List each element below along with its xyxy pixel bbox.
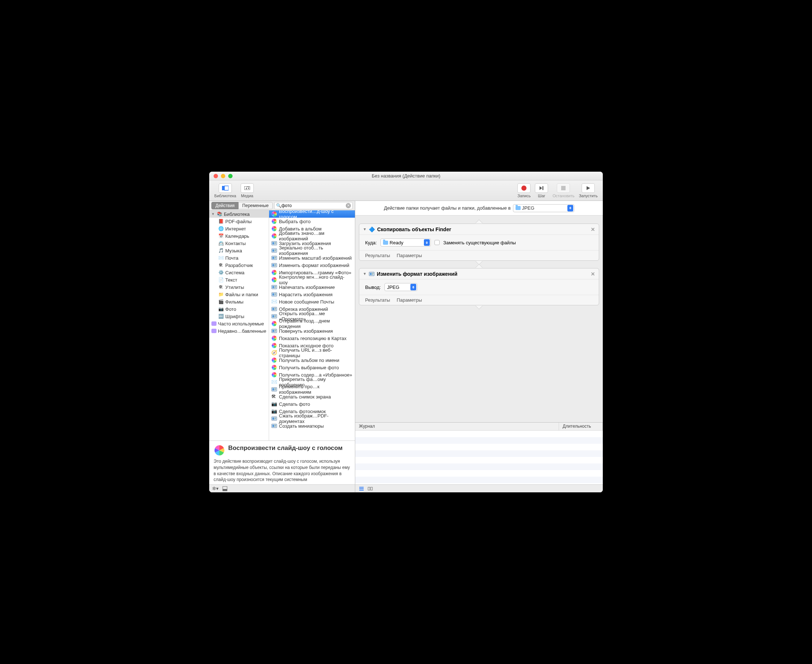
action-icon <box>271 255 277 261</box>
media-button[interactable] <box>240 183 254 193</box>
action-item[interactable]: Добавить значо…ам изображений <box>269 232 355 239</box>
action-list[interactable]: Воспроизвести…д-шоу с голосомВыбрать фот… <box>269 210 355 441</box>
svg-rect-11 <box>542 186 544 190</box>
action-label: Получить выбранные фото <box>279 365 339 370</box>
log-col-journal[interactable]: Журнал <box>355 423 559 430</box>
action-item[interactable]: Зеркально отоб…ть изображения <box>269 247 355 254</box>
action-item[interactable]: Изменить формат изображений <box>269 262 355 269</box>
action-item[interactable]: ✉️Новое сообщение Почты <box>269 298 355 305</box>
params-tab[interactable]: Параметры <box>396 297 422 303</box>
stop-icon <box>561 186 565 190</box>
category-item[interactable]: ✉️Почта <box>209 254 269 262</box>
category-item[interactable]: 📇Контакты <box>209 239 269 247</box>
disclosure-icon[interactable]: ▼ <box>363 227 367 231</box>
folder-icon <box>383 241 388 245</box>
left-footer: ✲▾ <box>209 484 355 492</box>
gear-menu-button[interactable]: ✲▾ <box>212 486 219 491</box>
action-label: Воспроизвести…д-шоу с голосом <box>279 210 353 220</box>
action-label: Новое сообщение Почты <box>279 299 334 304</box>
category-item[interactable]: 🌐Интернет <box>209 225 269 232</box>
params-tab[interactable]: Параметры <box>396 253 422 258</box>
action-label: Отправить позд…днем рождения <box>279 318 353 329</box>
replace-label: Заменять существующие файлы <box>443 240 516 246</box>
input-folder-select[interactable]: JPEG <box>513 204 574 212</box>
titlebar: Без названия (Действие папки) <box>209 172 603 181</box>
split-view-button[interactable] <box>368 486 373 491</box>
action-item[interactable]: Отправить позд…днем рождения <box>269 320 355 327</box>
action-icon <box>271 372 277 378</box>
action-item[interactable]: Контроллер мгн…ного слайд-шоу <box>269 276 355 283</box>
action-item[interactable]: Нарастить изображения <box>269 291 355 298</box>
chevron-updown-icon <box>410 284 416 290</box>
search-field[interactable]: 🔍 ✕ <box>274 202 353 209</box>
action-item[interactable]: 📷Сделать фото <box>269 400 355 408</box>
library-root[interactable]: ▼📚Библиотека <box>209 210 269 218</box>
action-item[interactable]: Воспроизвести…д-шоу с голосом <box>269 210 355 218</box>
action-label: Напечатать изображение <box>279 285 335 290</box>
library-toggle-button[interactable] <box>219 183 232 193</box>
action-icon <box>271 343 277 348</box>
action-label: Зеркально отоб…ть изображения <box>279 245 353 256</box>
action-item[interactable]: Применить про…к изображениям <box>269 386 355 393</box>
action-item[interactable]: Сжать изображ…PDF-документах <box>269 415 355 422</box>
category-item[interactable]: 🎵Музыка <box>209 247 269 254</box>
action-icon: 🧭 <box>271 350 277 356</box>
action-icon <box>271 233 277 239</box>
clear-search-button[interactable]: ✕ <box>346 203 351 208</box>
action-item[interactable]: Получить выбранные фото <box>269 364 355 371</box>
action-label: Изменить масштаб изображений <box>279 255 352 261</box>
category-item[interactable]: 🛠Утилиты <box>209 283 269 291</box>
action-item[interactable]: 🧭Получить URL и…з веб-страницы <box>269 349 355 356</box>
category-item[interactable]: 🎬Фильмы <box>209 298 269 305</box>
zoom-window-button[interactable] <box>228 174 232 178</box>
category-item[interactable]: 🔤Шрифты <box>209 312 269 320</box>
category-item[interactable]: 📕PDF-файлы <box>209 218 269 225</box>
action-icon <box>271 328 277 334</box>
log-view-button[interactable] <box>359 486 364 491</box>
search-input[interactable] <box>281 203 346 208</box>
run-button[interactable] <box>581 183 595 193</box>
category-item[interactable]: 📅Календарь <box>209 232 269 239</box>
category-item[interactable]: 📄Текст <box>209 276 269 283</box>
record-label: Запись <box>517 194 531 198</box>
svg-rect-6 <box>222 186 224 190</box>
stop-label: Остановить <box>552 194 574 198</box>
smart-folder-frequent[interactable]: Часто используемые <box>209 320 269 327</box>
smart-folder-recent[interactable]: Недавно…бавленные <box>209 327 269 335</box>
remove-action-button[interactable]: ✕ <box>591 271 595 277</box>
category-item[interactable]: 📁Файлы и папки <box>209 291 269 298</box>
output-format-select[interactable]: JPEG <box>385 283 417 291</box>
action-item[interactable]: Изменить масштаб изображений <box>269 254 355 262</box>
category-list[interactable]: ▼📚Библиотека 📕PDF-файлы🌐Интернет📅Календа… <box>209 210 269 441</box>
workflow-canvas[interactable]: ▼ 🔷 Скопировать объекты Finder ✕ Куда: R… <box>355 215 603 422</box>
action-icon <box>271 313 277 319</box>
play-icon <box>585 186 591 190</box>
svg-rect-17 <box>368 487 370 490</box>
variables-tab[interactable]: Переменные <box>239 202 273 209</box>
disclosure-icon[interactable]: ▼ <box>363 272 367 276</box>
category-item[interactable]: 🛠Разработчик <box>209 262 269 269</box>
action-label: Добавить значо…ам изображений <box>279 231 353 241</box>
svg-rect-13 <box>223 489 227 491</box>
where-select[interactable]: Ready <box>380 239 431 247</box>
action-label: Сделать снимок экрана <box>279 394 331 400</box>
action-item[interactable]: Показать геопозицию в Картах <box>269 335 355 342</box>
record-button[interactable] <box>517 183 531 193</box>
action-icon: 📷 <box>271 408 277 414</box>
log-col-duration[interactable]: Длительность <box>559 423 603 430</box>
actions-tab[interactable]: Действия <box>211 202 239 209</box>
results-tab[interactable]: Результаты <box>365 253 390 258</box>
action-icon: 🛠 <box>271 394 277 400</box>
results-tab[interactable]: Результаты <box>365 297 390 303</box>
category-item[interactable]: ⚙️Система <box>209 269 269 276</box>
category-item[interactable]: 📷Фото <box>209 305 269 312</box>
remove-action-button[interactable]: ✕ <box>591 226 595 232</box>
description-title: Воспроизвести слайд-шоу с голосом <box>228 444 343 452</box>
replace-checkbox[interactable] <box>434 240 440 245</box>
stop-button <box>557 183 570 193</box>
toggle-desc-button[interactable] <box>222 486 227 491</box>
action-copy-finder-items: ▼ 🔷 Скопировать объекты Finder ✕ Куда: R… <box>359 223 599 261</box>
step-button[interactable] <box>535 183 548 193</box>
minimize-window-button[interactable] <box>221 174 225 178</box>
close-window-button[interactable] <box>214 174 218 178</box>
